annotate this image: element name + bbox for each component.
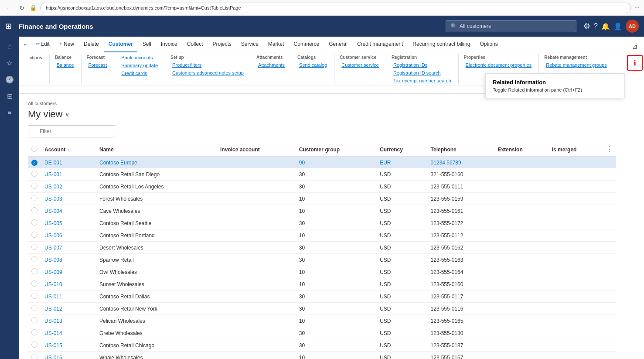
col-header-account[interactable]: Account ↑	[41, 143, 96, 157]
ribbon-item-rebate-groups[interactable]: Rebate management groups	[544, 62, 608, 68]
tab-general[interactable]: General	[324, 37, 352, 52]
cell-account[interactable]: DE-001	[41, 157, 96, 168]
info-pane-btn[interactable]: ℹ	[627, 55, 643, 71]
tab-options[interactable]: Options	[475, 37, 502, 52]
global-search[interactable]: 🔍 All customers	[446, 20, 576, 32]
sidebar-item-recent[interactable]: 🕐	[2, 72, 17, 87]
sidebar-item-modules[interactable]: ≡	[2, 105, 17, 120]
ribbon-item-balance[interactable]: Balance	[55, 62, 76, 68]
cell-account[interactable]: US-003	[41, 193, 96, 205]
ribbon-item-forecast[interactable]: Forecast	[87, 62, 109, 68]
cell-account[interactable]: US-011	[41, 291, 96, 303]
tab-delete[interactable]: Delete	[79, 37, 103, 52]
bank-accounts-link[interactable]: Bank accounts	[121, 55, 153, 60]
customers-advanced-notes-link[interactable]: Customers advanced notes setup	[172, 70, 244, 75]
table-row[interactable]: US-007Desert Wholesales30USD123-555-0162	[28, 242, 616, 254]
url-bar[interactable]	[40, 3, 631, 13]
tab-commerce[interactable]: Commerce	[290, 37, 324, 52]
row-checkbox[interactable]	[31, 171, 37, 177]
row-checkbox[interactable]	[31, 342, 37, 348]
row-checkbox[interactable]	[31, 207, 37, 213]
row-checkbox[interactable]	[31, 317, 37, 323]
user-avatar[interactable]: AD	[626, 20, 639, 33]
tab-new[interactable]: + New	[55, 37, 78, 52]
settings-icon[interactable]: ⚙	[583, 21, 590, 31]
row-checkbox[interactable]	[31, 268, 37, 274]
table-row[interactable]: US-002Contoso Retail Los Angeles30USD123…	[28, 181, 616, 193]
table-row[interactable]: US-013Pelican Wholesales10USD123-555-016…	[28, 315, 616, 327]
col-header-is-merged[interactable]: Is merged	[549, 143, 602, 157]
cell-account[interactable]: US-012	[41, 303, 96, 315]
row-checkbox[interactable]	[31, 232, 37, 238]
table-row[interactable]: US-010Sunset Wholesales10USD123-555-0160	[28, 278, 616, 291]
balance-link[interactable]: Balance	[57, 62, 74, 68]
col-header-currency[interactable]: Currency	[376, 143, 427, 157]
row-checkbox[interactable]	[31, 293, 37, 299]
row-checkbox[interactable]: ✓	[31, 160, 37, 166]
browser-refresh[interactable]: ↻	[17, 3, 26, 13]
row-checkbox[interactable]	[31, 219, 37, 226]
sidebar-item-workspaces[interactable]: ⊞	[2, 88, 17, 104]
tab-sell[interactable]: Sell	[138, 37, 156, 52]
view-dropdown-icon[interactable]: ∨	[65, 111, 69, 118]
cell-account[interactable]: US-006	[41, 229, 96, 242]
col-header-more[interactable]: ⋮	[602, 143, 616, 157]
cell-account[interactable]: US-008	[41, 254, 96, 266]
waffle-menu[interactable]: ⊞	[5, 21, 12, 31]
table-row[interactable]: US-014Grebe Wholesales30USD123-555-0180	[28, 327, 616, 339]
forecast-link[interactable]: Forecast	[89, 62, 107, 68]
row-checkbox[interactable]	[31, 305, 37, 311]
tab-recurring-contract-billing[interactable]: Recurring contract billing	[408, 37, 474, 52]
product-filters-link[interactable]: Product filters	[172, 62, 201, 68]
more-columns-icon[interactable]: ⋮	[606, 146, 613, 153]
row-checkbox[interactable]	[31, 244, 37, 250]
cell-account[interactable]: US-004	[41, 205, 96, 217]
filter-pane-btn[interactable]: ⊿	[627, 38, 643, 54]
ribbon-item-send-catalog[interactable]: Send catalog	[297, 62, 329, 68]
tab-customer[interactable]: Customer	[104, 37, 137, 52]
cell-account[interactable]: US-009	[41, 266, 96, 278]
col-header-extension[interactable]: Extension	[494, 143, 548, 157]
col-header-customer-group[interactable]: Customer group	[296, 143, 376, 157]
tab-service[interactable]: Service	[237, 37, 263, 52]
ribbon-item-customers-advanced-notes[interactable]: Customers advanced notes setup	[170, 69, 245, 76]
table-row[interactable]: US-009Owl Wholesales10USD123-555-0164	[28, 266, 616, 278]
row-checkbox[interactable]	[31, 329, 37, 335]
ribbon-item-electronic-doc[interactable]: Electronic document properties	[464, 62, 534, 68]
tab-market[interactable]: Market	[264, 37, 289, 52]
select-all-header[interactable]	[28, 143, 41, 157]
electronic-doc-link[interactable]: Electronic document properties	[466, 62, 532, 68]
cell-account[interactable]: US-007	[41, 242, 96, 254]
ribbon-item-attachments[interactable]: Attachments	[256, 62, 286, 68]
credit-cards-link[interactable]: Credit cards	[121, 71, 147, 76]
table-row[interactable]: US-004Cave Wholesales10USD123-555-0161	[28, 205, 616, 217]
table-row[interactable]: US-011Contoso Retail Dallas30USD123-555-…	[28, 291, 616, 303]
tab-projects[interactable]: Projects	[208, 37, 235, 52]
browser-back[interactable]: ←	[4, 3, 14, 13]
send-catalog-link[interactable]: Send catalog	[299, 62, 327, 68]
row-checkbox[interactable]	[31, 280, 37, 287]
col-header-telephone[interactable]: Telephone	[427, 143, 494, 157]
ribbon-item-tax-exempt[interactable]: Tax exempt number search	[392, 77, 453, 84]
table-row[interactable]: US-001Contoso Retail San Diego30USD321-5…	[28, 168, 616, 181]
table-row[interactable]: ✓DE-001Contoso Europe90EUR01234 56789	[28, 157, 616, 168]
tax-exempt-link[interactable]: Tax exempt number search	[393, 78, 451, 83]
ribbon-item-bank-accounts[interactable]: Bank accounts	[119, 54, 154, 61]
cell-account[interactable]: US-015	[41, 339, 96, 352]
row-checkbox[interactable]	[31, 256, 37, 262]
ribbon-back-btn[interactable]: ←	[23, 41, 29, 48]
cell-account[interactable]: US-014	[41, 327, 96, 339]
table-row[interactable]: US-006Contoso Retail Portland10USD123-55…	[28, 229, 616, 242]
ribbon-item-customer-service[interactable]: Customer service	[340, 62, 381, 68]
notification-icon[interactable]: 🔔	[601, 22, 610, 31]
browser-settings-icon[interactable]: ⋯	[634, 5, 640, 11]
attachments-link[interactable]: Attachments	[258, 62, 285, 68]
cell-account[interactable]: US-002	[41, 181, 96, 193]
row-checkbox[interactable]	[31, 183, 37, 189]
ribbon-item-actions[interactable]: ctions	[28, 54, 44, 61]
row-checkbox[interactable]	[31, 354, 37, 359]
tab-invoice[interactable]: Invoice	[157, 37, 182, 52]
user-icon[interactable]: 👤	[613, 22, 622, 31]
cell-account[interactable]: US-013	[41, 315, 96, 327]
cell-account[interactable]: US-010	[41, 278, 96, 291]
